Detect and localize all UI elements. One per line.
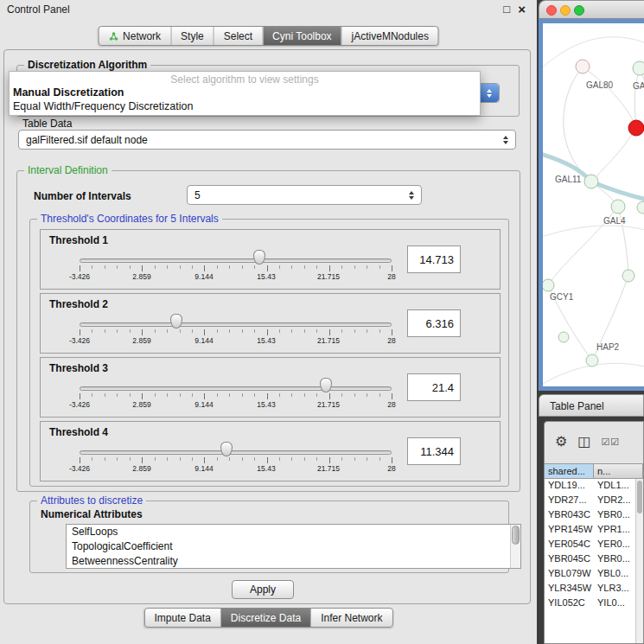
float-window-icon[interactable]: □ [503,2,510,17]
table-rows: YDL19...YDL1...YDR27...YDR2...YBR043CYBR… [545,479,643,643]
table-row[interactable]: YBL079WYBL0... [545,567,643,582]
scale-label: 2.859 [132,272,150,281]
attributes-list[interactable]: SelfLoops TopologicalCoefficient Between… [66,524,521,569]
scale-label: 15.43 [257,464,275,473]
scrollbar-thumb[interactable] [512,526,520,545]
table-data-combobox[interactable]: galFiltered.sif default node [18,130,516,150]
network-node[interactable] [543,279,554,291]
gear-icon[interactable]: ⚙ [555,435,567,449]
column-header-shared-name[interactable]: shared... [545,463,594,479]
attributes-group: Attributes to discretize Numerical Attri… [29,501,509,573]
scale-label: 21.715 [317,400,340,409]
threshold-value-field[interactable]: 21.4 [407,373,461,401]
network-node[interactable] [628,120,644,136]
algorithm-dropdown-list: Select algorithm to view settings Manual… [9,71,481,116]
table-cell[interactable]: YER054C [545,538,594,552]
network-node-label: HAP2 [596,342,620,352]
slider-track[interactable] [80,450,392,455]
threshold-value-field[interactable]: 11.344 [407,437,461,465]
checkbox-icon[interactable]: ☑ [601,435,609,449]
table-cell[interactable]: YPR145W [545,523,594,538]
scrollbar-thumb[interactable] [637,481,642,513]
threshold-value-field[interactable]: 14.713 [407,245,461,273]
tab-select[interactable]: Select [214,27,262,45]
network-node[interactable] [584,175,598,188]
tab-infer-network[interactable]: Infer Network [310,609,392,627]
combobox-arrows-icon[interactable] [480,84,499,102]
up-arrow-icon [487,89,492,92]
network-canvas[interactable]: GAL80GAGAL11GAL4GCY1HAP2H [543,23,644,386]
table-row[interactable]: YDL19...YDL1... [545,479,643,494]
slider-ticks [80,329,392,335]
down-arrow-icon [409,196,414,200]
list-item[interactable]: BetweennessCentrality [67,554,520,569]
dropdown-option-manual-discretization[interactable]: Manual Discretization [13,86,124,99]
combobox-arrows-icon[interactable] [405,191,418,200]
checkbox-icon[interactable]: ☑ [610,435,619,449]
combobox-arrows-icon[interactable] [500,136,512,144]
table-cell[interactable]: YBR043C [545,508,594,523]
apply-button[interactable]: Apply [232,580,294,599]
table-toolbar: ⚙ ◫ ☑ ☑ [545,422,643,462]
list-scrollbar[interactable] [510,525,520,568]
list-item[interactable]: TopologicalCoefficient [67,539,520,554]
scale-label: 9.144 [194,400,213,409]
close-traffic-light[interactable] [546,5,557,16]
table-row[interactable]: YLR345WYLR3... [545,582,643,596]
network-node[interactable] [637,201,644,214]
scale-label: -3.426 [69,400,90,409]
table-cell[interactable]: YBR045C [545,552,594,567]
tab-style[interactable]: Style [170,27,214,45]
up-arrow-icon [409,191,414,194]
tab-jactivemnodules[interactable]: jActiveMNodules [341,27,438,45]
table-scrollbar[interactable] [635,479,643,643]
table-row[interactable]: YBR045CYBR0... [545,552,643,567]
threshold-value-field[interactable]: 6.316 [407,309,461,337]
number-of-intervals-combobox[interactable]: 5 [187,185,422,205]
threshold-2-panel: Threshold 2 -3.426 2.859 9.144 15.43 21.… [40,293,501,354]
table-row[interactable]: YIL052CYIL0... [545,596,643,611]
list-item[interactable]: SelfLoops [67,525,520,539]
numerical-attributes-label: Numerical Attributes [41,508,143,520]
table-row[interactable]: YDR27...YDR2... [545,494,643,508]
table-cell[interactable]: YLR345W [545,582,594,596]
network-node[interactable] [576,60,590,73]
table-cell[interactable]: YDL19... [545,479,594,494]
slider-track[interactable] [80,322,392,327]
threshold-3-panel: Threshold 3 -3.426 2.859 9.144 15.43 21.… [40,357,501,418]
table-cell[interactable]: YBL079W [545,567,594,582]
tab-discretize-data[interactable]: Discretize Data [220,609,310,627]
zoom-traffic-light[interactable] [574,5,584,16]
minimize-traffic-light[interactable] [560,5,571,16]
tab-network[interactable]: Network [99,27,170,45]
table-panel-header[interactable]: Table Panel [539,394,644,417]
threshold-label: Threshold 4 [49,426,108,438]
control-panel-tabs: Network Style Select Cyni Toolbox jActiv… [98,26,439,46]
network-graph[interactable]: GAL80GAGAL11GAL4GCY1HAP2H [543,23,644,386]
network-node-label: GAL4 [603,216,626,226]
close-icon[interactable]: × [518,2,526,17]
table-cell[interactable]: YIL052C [545,596,594,611]
dropdown-option-equal-width-frequency[interactable]: Equal Width/Frequency Discretization [13,100,193,112]
network-node[interactable] [586,354,598,367]
slider-track[interactable] [80,258,392,263]
scale-label: -3.426 [69,464,90,473]
network-window-titlebar[interactable] [539,0,644,19]
network-node[interactable] [633,61,644,75]
table-row[interactable]: YBR043CYBR0... [545,508,643,523]
table-row[interactable]: YPR145WYPR1... [545,523,643,538]
table-browser-window: ⚙ ◫ ☑ ☑ shared... n... YDL19...YDL1...YD… [544,421,644,644]
tab-cyni-toolbox[interactable]: Cyni Toolbox [262,27,341,45]
cyni-toolbox-panel: Discretization Algorithm Table Data galF… [3,49,531,604]
network-node[interactable] [622,270,634,282]
column-layout-icon[interactable]: ◫ [577,435,590,449]
column-header-name[interactable]: n... [594,463,643,479]
table-cell[interactable]: YDR27... [545,494,594,508]
combobox-value: galFiltered.sif default node [19,134,500,146]
network-node[interactable] [558,332,569,342]
tab-impute-data[interactable]: Impute Data [144,609,220,627]
network-node[interactable] [611,200,625,214]
slider-track[interactable] [80,386,392,391]
table-row[interactable]: YER054CYER0... [545,538,643,552]
scale-label: 2.859 [132,336,150,345]
